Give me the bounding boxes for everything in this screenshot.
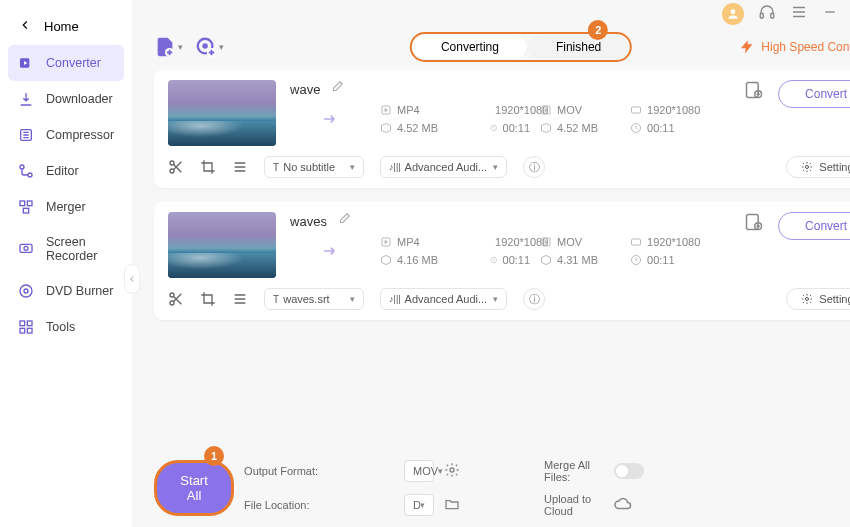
svg-point-4 <box>28 173 32 177</box>
svg-marker-25 <box>385 109 388 112</box>
trim-icon[interactable] <box>168 291 184 307</box>
cloud-icon[interactable] <box>614 495 768 515</box>
output-settings-icon[interactable] <box>744 80 764 104</box>
sidebar-item-converter[interactable]: Converter <box>8 45 124 81</box>
dvd-burner-icon <box>18 283 34 299</box>
dst-format: MOV <box>540 104 620 116</box>
arrow-right-icon <box>290 109 370 129</box>
src-resolution: 1920*1080 <box>490 236 530 248</box>
more-icon[interactable] <box>232 291 248 307</box>
output-format-label: Output Format: <box>244 465 394 477</box>
minimize-icon[interactable] <box>822 4 838 24</box>
sidebar-item-merger[interactable]: Merger <box>0 189 132 225</box>
more-icon[interactable] <box>232 159 248 175</box>
add-file-button[interactable]: ▾ <box>154 36 183 58</box>
tabs: Converting Finished 2 <box>410 32 632 62</box>
svg-point-3 <box>20 165 24 169</box>
sidebar: Home Converter Downloader Compressor Edi… <box>0 0 132 527</box>
svg-rect-14 <box>20 328 25 333</box>
edit-name-icon[interactable] <box>337 212 351 230</box>
titlebar <box>132 0 850 28</box>
dst-size: 4.52 MB <box>540 122 620 134</box>
output-gear-icon[interactable] <box>444 462 534 480</box>
audio-dropdown[interactable]: ♪|||Advanced Audi...▾ <box>380 288 507 310</box>
convert-button[interactable]: Convert <box>778 80 850 108</box>
svg-point-9 <box>24 246 28 250</box>
info-icon[interactable]: ⓘ <box>523 156 545 178</box>
tab-converting[interactable]: Converting <box>413 35 528 59</box>
svg-rect-8 <box>20 244 32 252</box>
tools-icon <box>18 319 34 335</box>
dst-resolution: 1920*1080 <box>630 104 730 116</box>
svg-point-10 <box>20 285 32 297</box>
crop-icon[interactable] <box>200 291 216 307</box>
upload-label: Upload to Cloud <box>544 493 604 517</box>
menu-icon[interactable] <box>790 3 808 25</box>
src-format: MP4 <box>380 104 480 116</box>
settings-button[interactable]: Settings <box>786 288 850 310</box>
avatar-icon[interactable] <box>722 3 744 25</box>
subtitle-dropdown[interactable]: TNo subtitle▾ <box>264 156 364 178</box>
svg-rect-42 <box>632 239 641 245</box>
src-size: 4.16 MB <box>380 254 480 266</box>
dst-resolution: 1920*1080 <box>630 236 730 248</box>
svg-rect-12 <box>20 321 25 326</box>
merge-toggle[interactable] <box>614 463 644 479</box>
folder-icon[interactable] <box>444 496 534 514</box>
trim-icon[interactable] <box>168 159 184 175</box>
svg-marker-38 <box>385 241 388 244</box>
convert-button[interactable]: Convert <box>778 212 850 240</box>
merge-label: Merge All Files: <box>544 459 604 483</box>
sidebar-label: Tools <box>46 320 75 334</box>
chevron-down-icon: ▾ <box>219 42 224 52</box>
badge-1: 1 <box>204 446 224 466</box>
sidebar-item-editor[interactable]: Editor <box>0 153 132 189</box>
crop-icon[interactable] <box>200 159 216 175</box>
src-resolution: 1920*1080 <box>490 104 530 116</box>
src-format: MP4 <box>380 236 480 248</box>
info-icon[interactable]: ⓘ <box>523 288 545 310</box>
svg-rect-15 <box>27 328 32 333</box>
video-thumbnail[interactable] <box>168 212 276 278</box>
sidebar-item-tools[interactable]: Tools <box>0 309 132 345</box>
file-name: waves <box>290 214 327 229</box>
video-thumbnail[interactable] <box>168 80 276 146</box>
high-speed-conversion[interactable]: High Speed Conversion <box>739 39 850 55</box>
screen-recorder-icon <box>18 241 34 257</box>
arrow-right-icon <box>290 241 370 261</box>
start-all-button[interactable]: Start All <box>154 460 234 516</box>
sidebar-label: Editor <box>46 164 79 178</box>
back-home-row[interactable]: Home <box>0 8 132 45</box>
svg-point-49 <box>806 298 809 301</box>
dst-duration: 00:11 <box>630 254 730 266</box>
sidebar-item-downloader[interactable]: Downloader <box>0 81 132 117</box>
sidebar-label: DVD Burner <box>46 284 113 298</box>
sidebar-item-screen-recorder[interactable]: Screen Recorder <box>0 225 132 273</box>
sidebar-collapse-handle[interactable] <box>124 264 140 294</box>
output-format-dropdown[interactable]: MOV▾ <box>404 460 434 482</box>
svg-point-50 <box>450 468 454 472</box>
edit-name-icon[interactable] <box>330 80 344 98</box>
file-card: waves MP4 1920*1080 MOV 1920*1080 4.16 M… <box>154 202 850 320</box>
topbar: ▾ ▾ Converting Finished 2 High Speed Con… <box>132 28 850 62</box>
settings-button[interactable]: Settings <box>786 156 850 178</box>
subtitle-dropdown[interactable]: Twaves.srt▾ <box>264 288 364 310</box>
svg-rect-7 <box>23 208 28 213</box>
audio-dropdown[interactable]: ♪|||Advanced Audi...▾ <box>380 156 507 178</box>
svg-marker-28 <box>545 109 548 112</box>
headset-icon[interactable] <box>758 3 776 25</box>
file-location-dropdown[interactable]: D:\Wondershare UniConverter 1▾ <box>404 494 434 516</box>
downloader-icon <box>18 91 34 107</box>
svg-marker-41 <box>545 241 548 244</box>
dst-format: MOV <box>540 236 620 248</box>
svg-point-16 <box>731 9 736 14</box>
src-duration: 00:11 <box>490 122 530 134</box>
sidebar-item-dvd-burner[interactable]: DVD Burner <box>0 273 132 309</box>
file-list: wave MP4 1920*1080 MOV 1920*1080 4.52 MB… <box>132 62 850 449</box>
output-settings-icon[interactable] <box>744 212 764 236</box>
add-from-device-button[interactable]: ▾ <box>195 36 224 58</box>
sidebar-label: Screen Recorder <box>46 235 114 263</box>
tab-finished[interactable]: Finished <box>528 35 629 59</box>
home-label: Home <box>44 19 79 34</box>
sidebar-item-compressor[interactable]: Compressor <box>0 117 132 153</box>
